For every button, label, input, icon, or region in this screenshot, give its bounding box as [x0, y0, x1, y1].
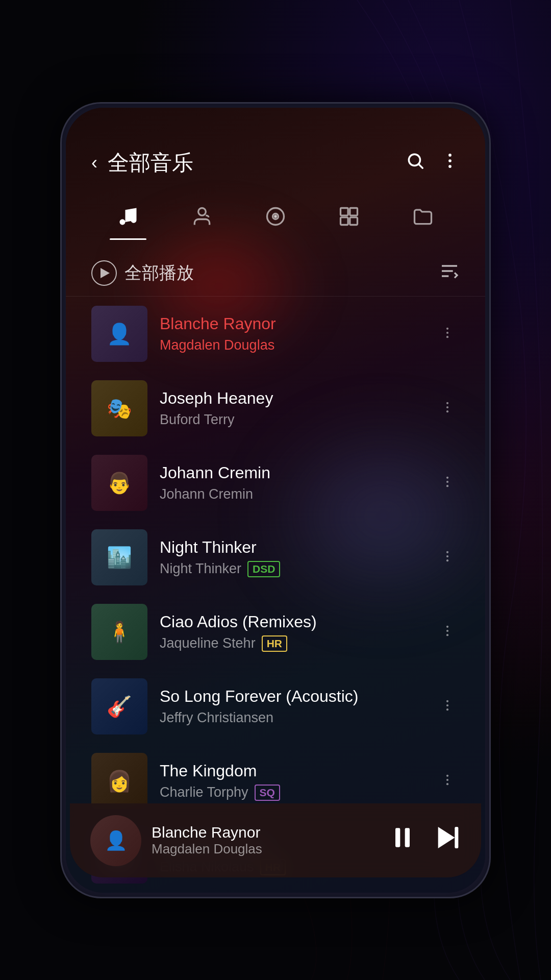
tab-folders[interactable]	[386, 198, 460, 240]
svg-point-8	[274, 215, 277, 217]
song-info: Blanche Raynor Magdalen Douglas	[160, 314, 423, 353]
svg-marker-45	[438, 827, 455, 848]
song-more-button[interactable]	[435, 543, 460, 573]
sort-icon[interactable]	[439, 261, 460, 286]
song-thumbnail: 🧍	[91, 604, 147, 660]
svg-point-36	[446, 783, 448, 785]
song-more-button[interactable]	[435, 617, 460, 647]
svg-point-3	[448, 159, 452, 162]
song-info: Johann Cremin Johann Cremin	[160, 463, 423, 502]
play-all-bar: 全部播放	[66, 250, 485, 297]
song-info: Night Thinker Night Thinker DSD	[160, 538, 423, 577]
next-button[interactable]	[432, 823, 461, 858]
song-artist-row: Buford Terry	[160, 412, 423, 428]
quality-badge: DSD	[247, 561, 280, 577]
song-more-button[interactable]	[435, 468, 460, 498]
svg-point-32	[446, 704, 448, 706]
header: ‹ 全部音乐	[66, 108, 485, 192]
svg-point-16	[446, 327, 448, 329]
artist-name: Jaqueline Stehr	[160, 635, 256, 651]
artist-name: Night Thinker	[160, 561, 241, 577]
song-info: Joseph Heaney Buford Terry	[160, 389, 423, 428]
play-triangle-icon	[101, 268, 110, 278]
song-item[interactable]: 🧍 Ciao Adios (Remixes) Jaqueline Stehr H…	[66, 595, 485, 669]
now-playing-info: Blanche Raynor Magdalen Douglas	[152, 824, 378, 857]
song-artist-row: Jaqueline Stehr HR	[160, 635, 423, 652]
back-button[interactable]: ‹	[91, 152, 97, 174]
song-item[interactable]: 🎭 Joseph Heaney Buford Terry	[66, 371, 485, 446]
thumbnail-art: 🧍	[91, 604, 147, 660]
tab-albums[interactable]	[239, 198, 312, 240]
artist-name: Magdalen Douglas	[160, 337, 274, 353]
artist-name: Charlie Torphy	[160, 785, 248, 800]
phone-shell: ‹ 全部音乐	[60, 102, 491, 898]
thumbnail-art: 🏙️	[91, 529, 147, 585]
song-thumbnail: 👤	[91, 306, 147, 362]
svg-point-28	[446, 625, 448, 627]
song-thumbnail: 🎭	[91, 380, 147, 436]
screen-content: ‹ 全部音乐	[66, 108, 485, 893]
song-artist-row: Jeffry Christiansen	[160, 710, 423, 726]
song-more-button[interactable]	[435, 692, 460, 722]
thumbnail-art: 🎭	[91, 380, 147, 436]
song-title: Joseph Heaney	[160, 389, 423, 408]
thumbnail-art: 👩	[91, 753, 147, 809]
song-item[interactable]: 👤 Blanche Raynor Magdalen Douglas	[66, 297, 485, 371]
more-options-icon[interactable]	[440, 151, 460, 175]
svg-rect-9	[341, 208, 348, 216]
svg-point-31	[446, 700, 448, 702]
song-artist-row: Night Thinker DSD	[160, 561, 423, 577]
tab-bar	[66, 192, 485, 250]
svg-point-25	[446, 551, 448, 553]
svg-point-23	[446, 480, 448, 482]
quality-badge: SQ	[255, 785, 280, 801]
song-title: Night Thinker	[160, 538, 423, 557]
svg-rect-44	[405, 828, 410, 847]
song-thumbnail: 👩	[91, 753, 147, 809]
song-title: So Long Forever (Acoustic)	[160, 687, 423, 706]
artist-name: Johann Cremin	[160, 486, 253, 502]
svg-point-34	[446, 774, 448, 776]
song-more-button[interactable]	[435, 319, 460, 349]
song-item[interactable]: 👨 Johann Cremin Johann Cremin	[66, 446, 485, 520]
song-title: Blanche Raynor	[160, 314, 423, 333]
svg-rect-12	[350, 217, 358, 225]
song-thumbnail: 🏙️	[91, 529, 147, 585]
tab-artists[interactable]	[165, 198, 238, 240]
song-artist-row: Johann Cremin	[160, 486, 423, 502]
artist-name: Jeffry Christiansen	[160, 710, 273, 726]
svg-point-35	[446, 778, 448, 780]
thumbnail-art: 🎸	[91, 678, 147, 734]
tab-songs[interactable]	[91, 198, 165, 240]
svg-point-24	[446, 485, 448, 487]
artists-tab-icon	[191, 205, 213, 232]
quality-badge: HR	[262, 635, 287, 652]
song-thumbnail: 🎸	[91, 678, 147, 734]
playback-controls	[388, 823, 461, 858]
song-more-button[interactable]	[435, 766, 460, 796]
song-item[interactable]: 🏙️ Night Thinker Night Thinker DSD	[66, 520, 485, 595]
svg-point-33	[446, 708, 448, 710]
svg-point-26	[446, 555, 448, 557]
thumbnail-art: 👤	[91, 306, 147, 362]
song-thumbnail: 👨	[91, 455, 147, 511]
svg-point-19	[446, 402, 448, 404]
albums-tab-icon	[264, 205, 287, 232]
svg-point-30	[446, 634, 448, 636]
svg-point-4	[448, 165, 452, 168]
svg-line-1	[419, 164, 422, 168]
search-icon[interactable]	[406, 151, 425, 175]
tab-playlists[interactable]	[312, 198, 386, 240]
now-playing-bar[interactable]: 👤 Blanche Raynor Magdalen Douglas	[70, 803, 481, 877]
play-all-button[interactable]: 全部播放	[91, 260, 439, 286]
svg-rect-10	[350, 208, 358, 216]
svg-point-18	[446, 336, 448, 338]
pause-button[interactable]	[388, 823, 417, 858]
song-item[interactable]: 🎸 So Long Forever (Acoustic) Jeffry Chri…	[66, 669, 485, 744]
svg-point-20	[446, 406, 448, 408]
svg-rect-46	[455, 827, 458, 848]
svg-point-17	[446, 331, 448, 333]
song-more-button[interactable]	[435, 394, 460, 424]
now-playing-artist: Magdalen Douglas	[152, 841, 378, 857]
svg-point-2	[448, 154, 452, 157]
